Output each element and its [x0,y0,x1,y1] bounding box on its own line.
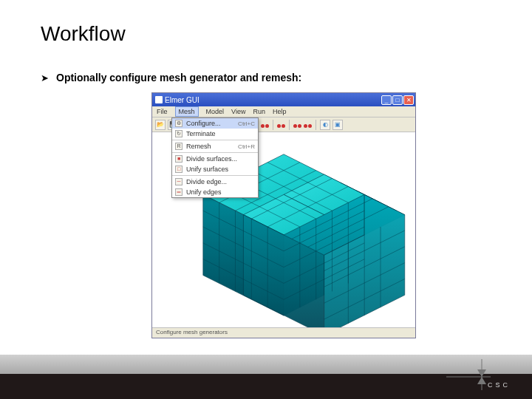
menu-file[interactable]: File [157,108,168,115]
remesh-icon: R [175,143,183,150]
slide-title: Workflow [41,22,126,46]
bullet-row: ➤ Optionally configure mesh generator an… [41,72,301,83]
open-icon[interactable]: 📂 [155,120,166,130]
status-bar: Configure mesh generators [152,327,415,338]
menu-item-unify-surfaces[interactable]: □ Unify surfaces [172,164,258,174]
menu-run[interactable]: Run [253,108,265,115]
menu-item-label: Divide edge... [186,178,255,185]
menu-item-shortcut: Ctrl+R [238,143,255,150]
menu-separator [172,140,258,140]
node-pair-icon[interactable] [277,121,285,128]
menu-help[interactable]: Help [273,108,287,115]
tool-icon[interactable]: ▣ [332,120,343,130]
menu-item-label: Remesh [186,143,234,150]
close-button[interactable]: ✕ [403,95,414,105]
menu-model[interactable]: Model [206,108,225,115]
divide-icon: ■ [175,155,183,163]
svg-marker-44 [477,369,486,377]
menu-item-label: Terminate [186,130,255,137]
app-icon [155,96,163,103]
menu-item-label: Unify surfaces [186,166,255,173]
csc-logo: CSC [446,355,513,393]
menu-item-divide-surfaces[interactable]: ■ Divide surfaces... [172,154,258,164]
gear-icon: ⚙ [175,120,183,127]
menubar: File Mesh Model View Run Help [152,106,415,117]
minimize-button[interactable]: _ [381,95,392,105]
bullet-text: Optionally configure mesh generator and … [56,72,301,83]
menu-item-configure[interactable]: ⚙ Configure... Ctrl+C [172,118,258,129]
unify-icon: □ [175,166,183,173]
terminate-icon: ↻ [175,130,183,137]
node-pair-icon[interactable] [304,121,312,128]
toolbar-sep [273,120,273,130]
menu-separator [172,152,258,153]
toolbar-sep [289,120,290,130]
menu-item-label: Divide surfaces... [186,155,255,163]
menu-item-label: Unify edges [186,188,255,196]
tool-icon[interactable]: ◐ [320,120,330,130]
app-title: Elmer GUI [165,96,200,104]
menu-item-remesh[interactable]: R Remesh Ctrl+R [172,141,258,151]
bullet-marker-icon: ➤ [41,72,49,83]
divide-edge-icon: ─ [175,178,183,185]
menu-item-label: Configure... [186,120,234,127]
node-pair-icon[interactable] [261,121,269,128]
mesh-dropdown: ⚙ Configure... Ctrl+C ↻ Terminate R Reme… [171,117,259,198]
titlebar: Elmer GUI _ □ ✕ [152,93,415,106]
svg-marker-45 [477,377,486,384]
menu-separator [172,175,258,176]
status-text: Configure mesh generators [156,329,228,335]
menu-item-divide-edge[interactable]: ─ Divide edge... [172,177,258,187]
unify-edge-icon: ═ [175,188,183,196]
app-window: Elmer GUI _ □ ✕ File Mesh Model View Run… [151,92,416,338]
window-buttons: _ □ ✕ [381,95,414,105]
maximize-button[interactable]: □ [392,95,403,105]
menu-mesh[interactable]: Mesh [175,106,199,117]
menu-view[interactable]: View [231,108,245,115]
node-pair-icon[interactable] [293,121,301,128]
menu-item-unify-edges[interactable]: ═ Unify edges [172,187,258,197]
titlebar-left: Elmer GUI [155,96,200,104]
menu-item-shortcut: Ctrl+C [238,120,255,127]
svg-text:CSC: CSC [488,381,511,389]
toolbar-sep [316,120,316,130]
menu-item-terminate[interactable]: ↻ Terminate [172,129,258,139]
